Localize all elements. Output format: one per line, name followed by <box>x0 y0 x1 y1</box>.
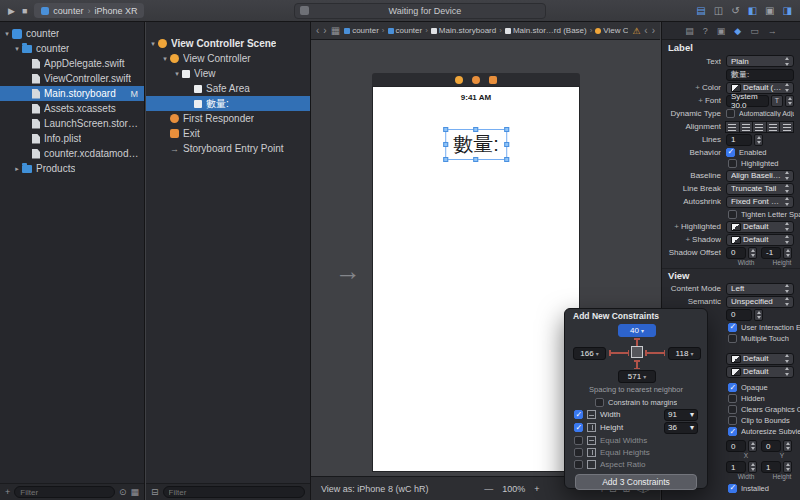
shadow-width-stepper[interactable] <box>748 247 757 259</box>
nav-row-launchscreen[interactable]: LaunchScreen.storyboard <box>0 116 144 131</box>
trailing-ibeam[interactable] <box>646 352 664 354</box>
nav-row-xcdatamodel[interactable]: counter.xcdatamodeld <box>0 146 144 161</box>
top-ibeam[interactable] <box>636 339 638 346</box>
disclosure-icon[interactable]: ▾ <box>148 40 158 48</box>
stretch-y-stepper[interactable] <box>783 440 792 452</box>
identity-inspector-icon[interactable]: ▣ <box>717 26 726 36</box>
nav-row-products[interactable]: ▸ Products <box>0 161 144 176</box>
shadow-color-select[interactable]: Default <box>726 234 794 246</box>
baseline-select[interactable]: Align Baselines <box>726 170 794 182</box>
semantic-select[interactable]: Unspecified <box>726 296 794 308</box>
attributes-inspector-icon[interactable]: ◆ <box>734 26 741 36</box>
multiple-touch-checkbox[interactable] <box>728 334 737 343</box>
exit-icon[interactable] <box>489 76 497 84</box>
first-responder-icon[interactable] <box>472 76 480 84</box>
scheme-selector[interactable]: counter › iPhone XR <box>34 3 144 18</box>
resize-handle-se[interactable] <box>504 157 509 162</box>
shadow-height-field[interactable]: -1 <box>761 247 781 259</box>
highlighted-checkbox[interactable] <box>728 159 737 168</box>
nav-row-assets[interactable]: Assets.xcassets <box>0 101 144 116</box>
align-left-segment[interactable] <box>739 121 754 133</box>
constrain-margins-checkbox[interactable] <box>595 398 604 407</box>
recent-files-icon[interactable]: ⊙ <box>119 487 127 497</box>
outline-row-exit[interactable]: Exit <box>146 126 310 141</box>
stretch-width-field[interactable]: 1 <box>726 461 746 473</box>
text-type-select[interactable]: Plain <box>726 55 794 67</box>
top-spacing-field[interactable]: 40▾ <box>618 324 656 337</box>
toggle-inspector-icon[interactable]: ◨ <box>783 5 792 16</box>
toggle-debug-area-icon[interactable]: ▣ <box>765 5 774 16</box>
jumpbar-seg-storyboard[interactable]: Main.storyboard <box>431 26 496 35</box>
leading-spacing-field[interactable]: 166▾ <box>573 347 606 360</box>
width-value-select[interactable]: 91▾ <box>664 409 698 421</box>
navigator-filter-input[interactable] <box>14 486 115 498</box>
align-center-segment[interactable] <box>752 121 767 133</box>
outline-row-viewcontroller[interactable]: ▾ View Controller <box>146 51 310 66</box>
user-interaction-checkbox[interactable] <box>728 323 737 332</box>
add-variation-button[interactable]: + <box>674 222 679 231</box>
scm-status-icon[interactable]: ▦ <box>130 487 139 497</box>
related-items-icon[interactable]: ▦ <box>331 25 340 36</box>
storyboard-entry-arrow[interactable]: → <box>335 256 361 287</box>
autoshrink-select[interactable]: Fixed Font Size <box>726 196 794 208</box>
highlighted-color-select[interactable]: Default <box>726 221 794 233</box>
bottom-ibeam[interactable] <box>636 361 638 368</box>
height-value-select[interactable]: 36▾ <box>664 422 698 434</box>
forward-icon[interactable]: › <box>323 25 326 36</box>
tighten-spacing-checkbox[interactable] <box>728 210 737 219</box>
toggle-navigator-icon[interactable]: ◧ <box>748 5 757 16</box>
prev-item-icon[interactable]: ‹ <box>644 25 647 36</box>
zoom-in-button[interactable]: + <box>534 484 539 494</box>
nav-row-group-counter[interactable]: ▾ counter <box>0 41 144 56</box>
nav-row-project-counter[interactable]: ▾ counter <box>0 26 144 41</box>
shadow-width-field[interactable]: 0 <box>726 247 746 259</box>
jumpbar-seg-project[interactable]: counter <box>344 26 379 35</box>
add-variation-button[interactable]: + <box>685 235 690 244</box>
dynamic-type-checkbox[interactable] <box>726 109 735 118</box>
size-inspector-icon[interactable]: ▭ <box>750 26 759 36</box>
opaque-checkbox[interactable] <box>728 383 737 392</box>
outline-row-safe-area[interactable]: Safe Area <box>146 81 310 96</box>
font-size-stepper[interactable] <box>785 95 794 107</box>
resize-handle-w[interactable] <box>443 142 448 147</box>
clears-context-checkbox[interactable] <box>728 405 737 414</box>
standard-editor-icon[interactable]: ▤ <box>696 5 705 16</box>
align-right-segment[interactable] <box>766 121 781 133</box>
tint-select[interactable]: Default <box>726 366 794 378</box>
resize-handle-n[interactable] <box>473 127 478 132</box>
run-icon[interactable]: ▶ <box>8 6 15 16</box>
assistant-editor-icon[interactable]: ◫ <box>714 5 723 16</box>
device-screen[interactable]: 9:41 AM 數量: <box>372 86 580 472</box>
aspect-ratio-checkbox[interactable] <box>574 460 583 469</box>
resize-handle-sw[interactable] <box>443 157 448 162</box>
next-item-icon[interactable]: › <box>652 25 655 36</box>
disclosure-icon[interactable]: ▾ <box>2 30 12 38</box>
file-inspector-icon[interactable]: ▤ <box>685 26 694 36</box>
nav-row-main-storyboard[interactable]: Main.storyboard M <box>0 86 144 101</box>
view-controller-icon[interactable] <box>455 76 463 84</box>
jumpbar-seg-group[interactable]: counter <box>388 26 423 35</box>
shadow-height-stepper[interactable] <box>783 247 792 259</box>
warning-icon[interactable]: ⚠ <box>632 26 640 36</box>
text-value-field[interactable]: 數量: <box>726 69 794 81</box>
autoresize-checkbox[interactable] <box>728 427 737 436</box>
zoom-out-button[interactable]: — <box>484 484 493 494</box>
background-select[interactable]: Default <box>726 353 794 365</box>
resize-handle-nw[interactable] <box>443 127 448 132</box>
content-mode-select[interactable]: Left <box>726 283 794 295</box>
outline-row-entry-point[interactable]: → Storyboard Entry Point <box>146 141 310 156</box>
disclosure-icon[interactable]: ▾ <box>172 70 182 78</box>
nav-row-appdelegate[interactable]: AppDelegate.swift <box>0 56 144 71</box>
leading-ibeam[interactable] <box>610 352 628 354</box>
outline-filter-input[interactable] <box>163 486 305 498</box>
stretch-x-field[interactable]: 0 <box>726 440 746 452</box>
stretch-x-stepper[interactable] <box>748 440 757 452</box>
disclosure-icon[interactable]: ▸ <box>12 165 22 173</box>
tag-stepper[interactable] <box>754 309 763 321</box>
equal-widths-checkbox[interactable] <box>574 436 583 445</box>
scheme-name[interactable]: counter <box>53 6 83 16</box>
quick-help-icon[interactable]: ? <box>703 26 708 36</box>
hidden-checkbox[interactable] <box>728 394 737 403</box>
view-as-button[interactable]: View as: iPhone 8 (wC hR) <box>321 484 428 494</box>
clip-bounds-checkbox[interactable] <box>728 416 737 425</box>
